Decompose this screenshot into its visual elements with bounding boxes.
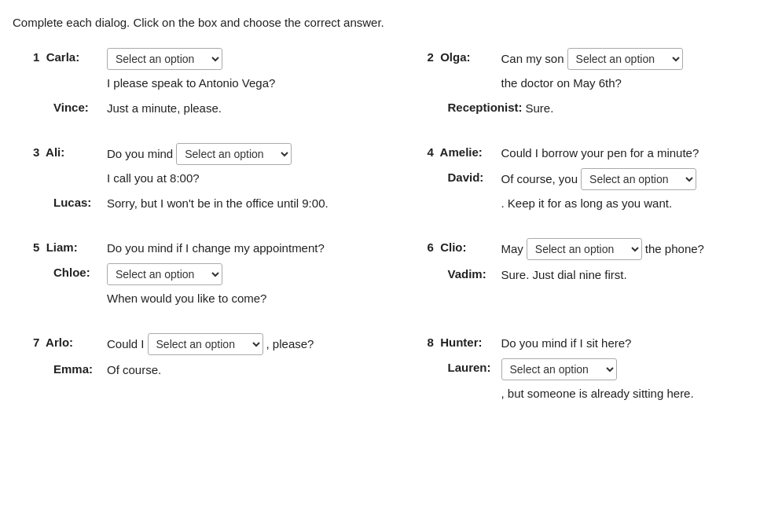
dialog-3-ali-text: Do you mind Select an option I call you …: [107, 143, 376, 189]
dialog-4-david-speaker: David:: [428, 168, 498, 187]
dialog-2-olga-text: Can my son Select an option the doctor o…: [501, 48, 770, 94]
dialog-1-line-2: Vince: Just a minute, please.: [33, 98, 376, 119]
dropdown-1[interactable]: Select an option: [107, 48, 222, 70]
dialog-3: 3 Ali: Do you mind Select an option I ca…: [13, 143, 376, 213]
dialog-3-line-2: Lucas: Sorry, but I won't be in the offi…: [33, 193, 376, 214]
dialog-5-number: 5 Liam:: [33, 238, 104, 257]
dialog-1-number: 1 Carla:: [33, 48, 104, 67]
dialog-2-receptionist-speaker: Receptionist:: [428, 98, 523, 117]
dialog-5-line-2: Chloe: Select an option When would you l…: [33, 263, 376, 309]
dialog-1-carla-text: Select an option I please speak to Anton…: [107, 48, 376, 94]
dialog-7-number: 7 Arlo:: [33, 333, 104, 352]
dialogs-grid: 1 Carla: Select an option I please speak…: [13, 48, 769, 403]
dialog-8-hunter-text: Do you mind if I sit here?: [501, 333, 770, 354]
dialog-6-number: 6 Clio:: [428, 238, 498, 257]
dialog-2-line-2: Receptionist: Sure.: [428, 98, 770, 119]
dialog-3-lucas-text: Sorry, but I won't be in the office unti…: [107, 193, 376, 214]
dropdown-4[interactable]: Select an option: [581, 168, 696, 190]
dialog-1: 1 Carla: Select an option I please speak…: [13, 48, 376, 118]
dialog-5-chloe-text: Select an option When would you like to …: [107, 263, 376, 309]
dialog-5-liam-text: Do you mind if I change my appointment?: [107, 238, 376, 259]
dropdown-6[interactable]: Select an option: [527, 238, 642, 260]
dropdown-8[interactable]: Select an option: [501, 358, 617, 380]
dialog-2-receptionist-text: Sure.: [526, 98, 769, 119]
dialog-7-line-1: 7 Arlo: Could I Select an option , pleas…: [33, 333, 376, 355]
dialog-1-vince-text: Just a minute, please.: [107, 98, 376, 119]
dropdown-7[interactable]: Select an option: [148, 333, 263, 355]
dialog-2-line-1: 2 Olga: Can my son Select an option the …: [428, 48, 770, 94]
dialog-8-line-1: 8 Hunter: Do you mind if I sit here?: [428, 333, 770, 354]
dialog-7-line-2: Emma: Of course.: [33, 360, 376, 380]
dialog-3-line-1: 3 Ali: Do you mind Select an option I ca…: [33, 143, 376, 189]
dialog-4-david-text: Of course, you Select an option . Keep i…: [501, 168, 770, 214]
dialog-1-vince-speaker: Vince:: [33, 98, 104, 117]
dialog-3-lucas-speaker: Lucas:: [33, 193, 104, 212]
dialog-7-arlo-text: Could I Select an option , please?: [107, 333, 376, 355]
dialog-4-line-1: 4 Amelie: Could I borrow your pen for a …: [428, 143, 770, 163]
dialog-6-clio-text: May Select an option the phone?: [501, 238, 770, 260]
dialog-5-chloe-speaker: Chloe:: [33, 263, 104, 282]
dialog-6-vadim-text: Sure. Just dial nine first.: [501, 265, 770, 285]
dialog-8-line-2: Lauren: Select an option , but someone i…: [428, 358, 770, 404]
dialog-2-number: 2 Olga:: [428, 48, 498, 67]
dialog-5: 5 Liam: Do you mind if I change my appoi…: [13, 238, 376, 308]
dropdown-2[interactable]: Select an option: [567, 48, 683, 70]
dialog-1-line-1: 1 Carla: Select an option I please speak…: [33, 48, 376, 94]
dialog-4-line-2: David: Of course, you Select an option .…: [428, 168, 770, 214]
dialog-2: 2 Olga: Can my son Select an option the …: [407, 48, 770, 118]
dialog-5-line-1: 5 Liam: Do you mind if I change my appoi…: [33, 238, 376, 259]
dialog-8-lauren-text: Select an option , but someone is alread…: [501, 358, 770, 404]
dialog-7-emma-text: Of course.: [107, 360, 376, 380]
dialog-3-number: 3 Ali:: [33, 143, 104, 162]
instructions-text: Complete each dialog. Click on the box a…: [13, 16, 769, 29]
dialog-7-emma-speaker: Emma:: [33, 360, 104, 379]
dialog-6-vadim-speaker: Vadim:: [428, 265, 498, 284]
dialog-4-amelie-text: Could I borrow your pen for a minute?: [501, 143, 770, 163]
dialog-4: 4 Amelie: Could I borrow your pen for a …: [407, 143, 770, 213]
dialog-6-line-1: 6 Clio: May Select an option the phone?: [428, 238, 770, 260]
dialog-4-number: 4 Amelie:: [428, 143, 498, 162]
dialog-8: 8 Hunter: Do you mind if I sit here? Lau…: [407, 333, 770, 403]
dialog-6-line-2: Vadim: Sure. Just dial nine first.: [428, 265, 770, 285]
dialog-8-number: 8 Hunter:: [428, 333, 498, 352]
dialog-6: 6 Clio: May Select an option the phone? …: [407, 238, 770, 308]
dialog-8-lauren-speaker: Lauren:: [428, 358, 498, 377]
dropdown-3[interactable]: Select an option: [176, 143, 292, 165]
dropdown-5[interactable]: Select an option: [107, 263, 222, 285]
dialog-7: 7 Arlo: Could I Select an option , pleas…: [13, 333, 376, 403]
